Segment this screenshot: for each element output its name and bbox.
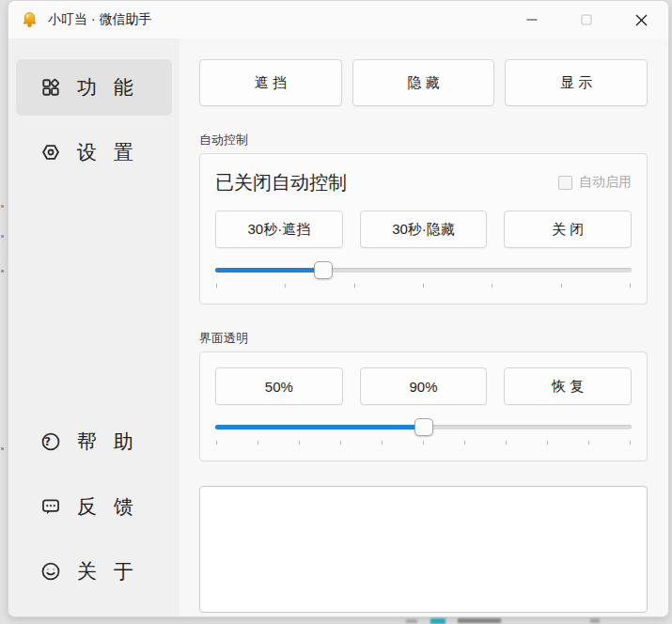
auto-enable-label: 自动启用	[579, 174, 632, 191]
main-content: 遮 挡 隐 藏 显 示 自动控制 已关闭自动控制 自动启用 30秒·遮挡 30秒…	[180, 39, 668, 616]
transparency-slider-ticks	[215, 441, 632, 445]
transparency-groupbox: 50% 90% 恢 复	[199, 351, 648, 461]
opacity-90-button[interactable]: 90%	[360, 367, 488, 405]
transparency-section-label: 界面透明	[199, 330, 648, 347]
show-button[interactable]: 显 示	[505, 59, 648, 106]
sidebar-item-label: 帮 助	[77, 429, 139, 455]
desktop-artifact	[590, 618, 600, 623]
title-bar: 小叮当 · 微信助手	[8, 1, 668, 39]
slider-thumb[interactable]	[314, 261, 333, 279]
auto-control-buttons-row: 30秒·遮挡 30秒·隐藏 关 闭	[215, 211, 632, 248]
sidebar-item-label: 反 馈	[77, 493, 139, 520]
auto-control-groupbox: 已关闭自动控制 自动启用 30秒·遮挡 30秒·隐藏 关 闭	[199, 153, 648, 304]
app-window: 小叮当 · 微信助手	[8, 0, 669, 617]
sidebar-item-features[interactable]: 功 能	[16, 59, 172, 116]
auto-control-section-label: 自动控制	[199, 132, 648, 148]
question-circle-icon: ?	[40, 431, 61, 452]
svg-text:?: ?	[44, 435, 56, 448]
slider-fill	[215, 268, 323, 273]
transparency-slider[interactable]	[215, 418, 632, 436]
log-textarea[interactable]	[199, 486, 648, 613]
sidebar-item-help[interactable]: ? 帮 助	[16, 413, 172, 470]
desktop-artifact	[1, 447, 4, 450]
sidebar-item-feedback[interactable]: 反 馈	[16, 478, 172, 535]
sidebar-item-label: 设 置	[77, 139, 139, 165]
minimize-button[interactable]	[505, 1, 559, 39]
desktop-artifact	[1, 205, 4, 208]
auto-control-slider-ticks	[215, 284, 632, 289]
sidebar-item-settings[interactable]: 设 置	[16, 124, 172, 180]
desktop-artifact	[1, 235, 4, 238]
grid-icon	[40, 77, 61, 98]
desktop-artifact	[406, 619, 417, 623]
auto-enable-checkbox-row[interactable]: 自动启用	[558, 174, 632, 191]
desktop-artifact	[430, 618, 445, 624]
window-controls	[505, 1, 668, 39]
cover-button[interactable]: 遮 挡	[199, 59, 342, 106]
quick-buttons-row: 遮 挡 隐 藏 显 示	[199, 59, 648, 106]
maximize-button[interactable]	[559, 1, 614, 39]
cover-30s-button[interactable]: 30秒·遮挡	[215, 211, 343, 248]
bell-icon	[21, 11, 39, 29]
hide-button[interactable]: 隐 藏	[352, 59, 495, 106]
slider-fill	[215, 425, 424, 429]
transparency-buttons-row: 50% 90% 恢 复	[215, 367, 632, 405]
desktop-artifact	[1, 270, 4, 273]
auto-enable-checkbox[interactable]	[558, 176, 572, 190]
feedback-bubble-icon	[40, 496, 61, 517]
opacity-restore-button[interactable]: 恢 复	[504, 367, 632, 405]
sidebar-item-label: 关 于	[77, 558, 139, 585]
close-button[interactable]	[614, 1, 668, 39]
hide-30s-button[interactable]: 30秒·隐藏	[360, 211, 488, 248]
auto-off-button[interactable]: 关 闭	[504, 211, 632, 248]
sidebar-item-about[interactable]: 关 于	[16, 543, 172, 600]
auto-control-slider[interactable]	[215, 261, 632, 279]
slider-thumb[interactable]	[414, 418, 433, 436]
smiley-icon	[40, 561, 61, 582]
slider-track[interactable]	[215, 268, 632, 273]
sidebar-bottom-group: ? 帮 助 反 馈	[8, 413, 180, 616]
sidebar-item-label: 功 能	[77, 74, 139, 101]
auto-control-status: 已关闭自动控制	[215, 170, 347, 195]
sidebar: 功 能 设 置 ?	[8, 39, 180, 616]
window-title: 小叮当 · 微信助手	[48, 11, 151, 28]
hexagon-gear-icon	[40, 142, 61, 163]
desktop-artifact	[458, 618, 501, 623]
opacity-50-button[interactable]: 50%	[215, 367, 343, 405]
